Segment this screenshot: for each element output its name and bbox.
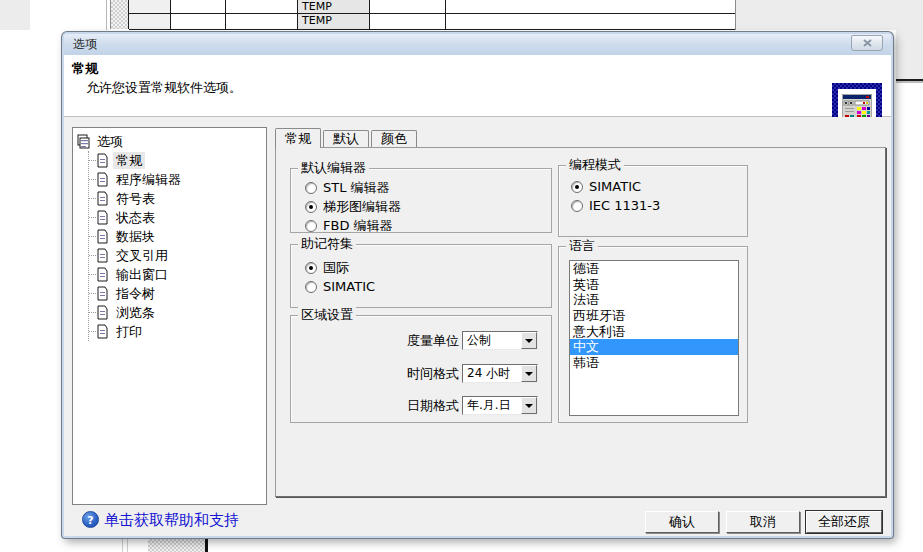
tree-item-label: 输出窗口 [113, 266, 171, 283]
tree-item-label: 打印 [113, 323, 145, 340]
tree-item-label: 交叉引用 [113, 247, 171, 264]
restore-all-button[interactable]: 全部还原 [806, 511, 882, 533]
tab-colors[interactable]: 颜色 [371, 130, 417, 147]
measurement-unit-label: 度量单位 [299, 331, 459, 350]
combo-value: 24 小时 [467, 365, 520, 382]
dialog-title: 选项 [73, 37, 97, 51]
tab-general[interactable]: 常规 [275, 128, 321, 148]
options-tree[interactable]: 选项 常规 程序编辑器 符号表 状态表 [72, 127, 267, 505]
language-option-french[interactable]: 法语 [570, 292, 738, 308]
background-bottom-line [127, 539, 128, 552]
language-option-korean[interactable]: 韩语 [570, 355, 738, 371]
tree-item-symbol-table[interactable]: 符号表 [89, 189, 264, 208]
language-option-chinese[interactable]: 中文 [570, 339, 738, 355]
document-icon [96, 248, 109, 263]
background-right-strip [896, 30, 923, 79]
dialog-titlebar[interactable]: 选项 [64, 34, 891, 55]
tab-defaults[interactable]: 默认 [323, 130, 369, 147]
cancel-button[interactable]: 取消 [726, 511, 800, 533]
radio-ladder-editor[interactable]: 梯形图编辑器 [305, 197, 547, 216]
table-cell-temp[interactable]: TEMP [297, 14, 370, 29]
background-bottom-line [122, 539, 123, 552]
language-listbox[interactable]: 德语 英语 法语 西班牙语 意大利语 中文 韩语 [569, 260, 739, 416]
table-grid-hline [129, 13, 735, 14]
dialog-body: 选项 常规 程序编辑器 符号表 状态表 [64, 117, 891, 536]
language-option-italian[interactable]: 意大利语 [570, 324, 738, 340]
radio-icon [305, 281, 317, 293]
group-mnemonic-set: 助记符集 国际 SIMATIC [290, 244, 552, 308]
document-icon [96, 286, 109, 301]
tree-item-status-chart[interactable]: 状态表 [89, 208, 264, 227]
language-option-spanish[interactable]: 西班牙语 [570, 308, 738, 324]
radio-stl-editor[interactable]: STL 编辑器 [305, 178, 547, 197]
radio-label: FBD 编辑器 [323, 217, 393, 235]
group-label: 编程模式 [566, 157, 624, 173]
time-format-label: 时间格式 [299, 364, 459, 383]
background-bottom-edge [205, 539, 208, 552]
table-grey-cell [129, 0, 170, 29]
radio-fbd-editor[interactable]: FBD 编辑器 [305, 216, 547, 235]
document-icon [96, 267, 109, 282]
tree-root-label: 选项 [94, 133, 126, 150]
radio-iec-1131-3[interactable]: IEC 1131-3 [571, 196, 743, 215]
time-format-select[interactable]: 24 小时 [462, 364, 538, 383]
radio-icon-checked [305, 201, 317, 213]
tab-page-general: 默认编辑器 STL 编辑器 梯形图编辑器 FBD 编辑器 [275, 147, 886, 497]
tree-item-print[interactable]: 打印 [89, 322, 264, 341]
radio-icon [305, 220, 317, 232]
radio-simatic-mode[interactable]: SIMATIC [571, 177, 743, 196]
tree-item-cross-reference[interactable]: 交叉引用 [89, 246, 264, 265]
table-cell-temp[interactable]: TEMP [297, 0, 370, 13]
header-subtitle: 允许您设置常规软件选项。 [86, 79, 242, 97]
radio-icon-checked [305, 262, 317, 274]
radio-label: IEC 1131-3 [589, 198, 660, 213]
dialog-header: 常规 允许您设置常规软件选项。 [64, 55, 891, 117]
tree-item-navigation-bar[interactable]: 浏览条 [89, 303, 264, 322]
radio-icon [571, 200, 583, 212]
tree-item-label: 指令树 [113, 285, 158, 302]
tree-item-program-editor[interactable]: 程序编辑器 [89, 170, 264, 189]
help-link[interactable]: 单击获取帮助和支持 [104, 511, 239, 530]
chevron-down-icon[interactable] [521, 397, 537, 414]
tree-item-label: 浏览条 [113, 304, 158, 321]
date-format-select[interactable]: 年.月.日 [462, 396, 538, 415]
tree-item-output-window[interactable]: 输出窗口 [89, 265, 264, 284]
options-dialog: 选项 常规 允许您设置常规软件选项。 [62, 32, 893, 538]
radio-label: 国际 [323, 259, 349, 277]
group-label: 语言 [566, 238, 598, 254]
ok-button[interactable]: 确认 [645, 511, 719, 533]
close-button[interactable] [851, 35, 883, 51]
document-icon [96, 229, 109, 244]
language-option-german[interactable]: 德语 [570, 261, 738, 277]
date-format-label: 日期格式 [299, 396, 459, 415]
tab-strip: 常规 默认 颜色 [275, 129, 419, 147]
document-icon [96, 210, 109, 225]
radio-international[interactable]: 国际 [305, 258, 547, 277]
group-label: 默认编辑器 [298, 160, 369, 176]
document-icon [96, 324, 109, 339]
radio-icon [305, 182, 317, 194]
help-icon[interactable]: ? [82, 511, 99, 528]
combo-value: 年.月.日 [467, 397, 520, 414]
tree-item-data-block[interactable]: 数据块 [89, 227, 264, 246]
background-window-edge-light [896, 81, 923, 83]
table-grid-vline [735, 0, 736, 30]
language-option-english[interactable]: 英语 [570, 277, 738, 293]
table-grid-vline [170, 0, 171, 29]
background-bottom-selector [148, 539, 205, 552]
radio-label: STL 编辑器 [323, 179, 390, 197]
group-default-editor: 默认编辑器 STL 编辑器 梯形图编辑器 FBD 编辑器 [290, 168, 552, 233]
tree-item-label: 数据块 [113, 228, 158, 245]
measurement-unit-select[interactable]: 公制 [462, 331, 538, 350]
radio-label: 梯形图编辑器 [323, 198, 401, 216]
chevron-down-icon[interactable] [521, 332, 537, 349]
tree-root[interactable]: 选项 [75, 132, 264, 151]
tree-item-general[interactable]: 常规 [89, 151, 264, 170]
tree-item-label: 常规 [113, 152, 145, 169]
radio-simatic-mnemonic[interactable]: SIMATIC [305, 277, 547, 296]
group-regional-settings: 区域设置 度量单位 公制 时间格式 24 小时 日期格式 [290, 315, 552, 423]
document-icon [96, 305, 109, 320]
tree-item-instruction-tree[interactable]: 指令树 [89, 284, 264, 303]
chevron-down-icon[interactable] [521, 365, 537, 382]
close-icon [863, 39, 872, 47]
